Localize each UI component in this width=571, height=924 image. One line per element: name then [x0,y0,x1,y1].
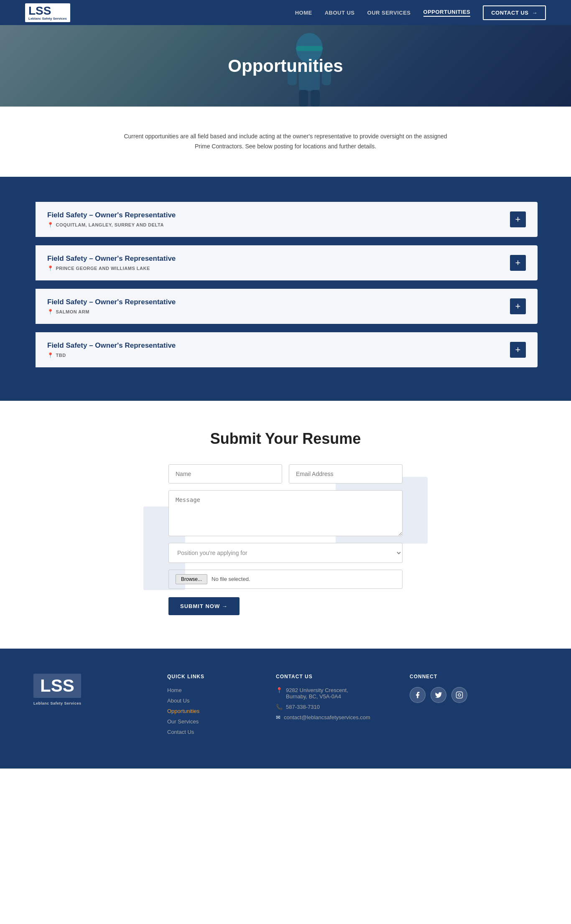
browse-button[interactable]: Browse... [176,574,207,584]
svg-rect-6 [311,90,320,107]
footer-link-home[interactable]: Home [167,687,259,693]
svg-rect-1 [296,46,323,51]
main-nav: HOME ABOUT US OUR SERVICES OPPORTUNITIES… [295,5,546,20]
footer-address: 📍 9282 University Crescent, Burnaby, BC,… [276,687,393,700]
footer-connect: CONNECT [410,674,493,739]
quick-links-title: QUICK LINKS [167,674,259,680]
facebook-icon[interactable] [410,687,426,703]
job-card-4: Field Safety – Owner's Representative 📍 … [33,332,538,367]
job-card-2-content: Field Safety – Owner's Representative 📍 … [47,255,510,271]
job-card-1: Field Safety – Owner's Representative 📍 … [33,202,538,237]
footer-link-services[interactable]: Our Services [167,718,259,725]
nav-about[interactable]: ABOUT US [325,10,355,16]
nav-home[interactable]: HOME [295,10,312,16]
site-header: LSS Leblanc Safety Services HOME ABOUT U… [0,0,571,25]
job-location-3: 📍 SALMON ARM [47,309,510,315]
footer-logo: LSS Leblanc Safety Services [33,674,150,739]
social-icons [410,687,493,703]
job-title-2: Field Safety – Owner's Representative [47,255,510,263]
job-title-1: Field Safety – Owner's Representative [47,211,510,219]
contact-us-button[interactable]: CONTACT US → [483,5,546,20]
hero-title: Opportunities [228,56,343,76]
contact-title: CONTACT US [276,674,393,680]
location-icon: 📍 [276,687,283,693]
twitter-icon[interactable] [431,687,446,703]
message-textarea[interactable] [168,490,403,536]
logo-text: LSS [28,4,51,17]
location-icon: 📍 [47,265,54,271]
footer-link-opportunities[interactable]: Opportunities [167,708,259,714]
expand-job-3-button[interactable]: + [510,298,526,314]
instagram-icon[interactable] [451,687,467,703]
phone-icon: 📞 [276,704,283,710]
intro-text: Current opportunities are all field base… [122,132,449,152]
footer-grid: LSS Leblanc Safety Services QUICK LINKS … [33,674,538,739]
footer-logo-box: LSS [33,674,81,698]
position-select[interactable]: Position you're applying for Field Safet… [168,543,403,563]
submit-button[interactable]: SUBMIT NOW → [168,597,240,615]
hero-section: Opportunities [0,25,571,107]
footer-link-contact[interactable]: Contact Us [167,729,259,735]
form-row-name-email [168,464,403,484]
logo-subtitle: Leblanc Safety Services [28,17,67,20]
job-card-3-content: Field Safety – Owner's Representative 📍 … [47,298,510,315]
job-location-2: 📍 PRINCE GEORGE AND WILLIAMS LAKE [47,265,510,271]
footer-logo-text: LSS [40,677,74,695]
location-icon: 📍 [47,309,54,315]
job-card-3: Field Safety – Owner's Representative 📍 … [33,289,538,324]
svg-rect-5 [299,90,308,107]
footer-logo-subtitle: Leblanc Safety Services [33,701,82,705]
resume-form-container: Position you're applying for Field Safet… [168,464,403,615]
svg-rect-7 [456,692,463,698]
name-input[interactable] [168,464,282,484]
file-input-row: Browse... No file selected. [168,570,403,589]
resume-section: Submit Your Resume Position you're apply… [0,401,571,649]
expand-job-4-button[interactable]: + [510,342,526,358]
job-location-4: 📍 TBD [47,352,510,358]
job-title-3: Field Safety – Owner's Representative [47,298,510,306]
opportunities-section: Field Safety – Owner's Representative 📍 … [0,177,571,401]
site-footer: LSS Leblanc Safety Services QUICK LINKS … [0,649,571,769]
location-icon: 📍 [47,222,54,228]
footer-quick-links: QUICK LINKS Home About Us Opportunities … [167,674,259,739]
job-location-1: 📍 COQUITLAM, LANGLEY, SURREY AND DELTA [47,222,510,228]
footer-link-about[interactable]: About Us [167,697,259,704]
expand-job-2-button[interactable]: + [510,255,526,271]
footer-contact: CONTACT US 📍 9282 University Crescent, B… [276,674,393,739]
job-card-2: Field Safety – Owner's Representative 📍 … [33,245,538,280]
nav-services[interactable]: OUR SERVICES [367,10,411,16]
intro-section: Current opportunities are all field base… [0,107,571,177]
nav-opportunities[interactable]: OPPORTUNITIES [423,9,471,17]
connect-title: CONNECT [410,674,493,680]
email-input[interactable] [289,464,403,484]
form-inner: Position you're applying for Field Safet… [168,464,403,615]
footer-phone: 📞 587-338-7310 [276,704,393,710]
expand-job-1-button[interactable]: + [510,211,526,227]
location-icon: 📍 [47,352,54,358]
resume-title: Submit Your Resume [84,430,487,448]
job-card-4-content: Field Safety – Owner's Representative 📍 … [47,341,510,358]
job-card-1-content: Field Safety – Owner's Representative 📍 … [47,211,510,228]
logo[interactable]: LSS Leblanc Safety Services [25,3,70,22]
file-label: No file selected. [212,576,250,582]
job-title-4: Field Safety – Owner's Representative [47,341,510,350]
footer-email: ✉ contact@leblancsafetyservices.com [276,714,393,720]
email-icon: ✉ [276,714,280,720]
